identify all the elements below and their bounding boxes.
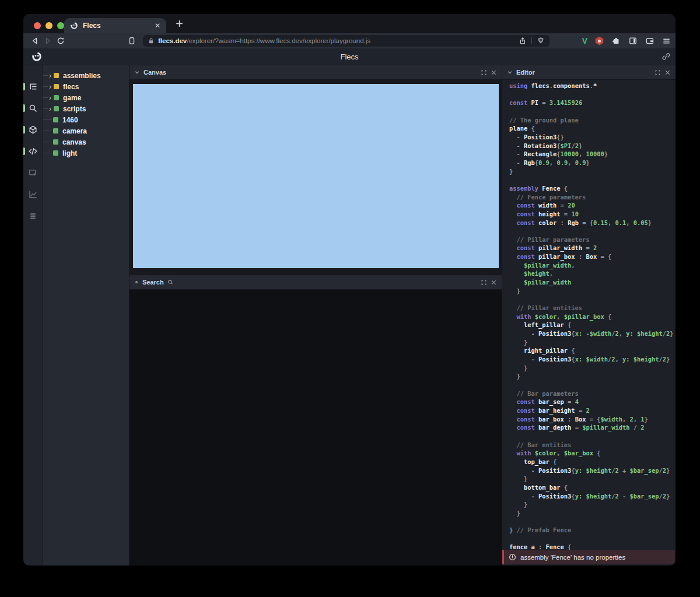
code-line: - Position3{y: $height/2 + $bar_sep/2} [509,467,676,476]
tree-item-light[interactable]: light [43,148,129,159]
close-icon[interactable] [491,69,497,76]
code-line: const height = 10 [509,210,676,219]
tree-item-scripts[interactable]: ›scripts [43,103,129,114]
entity-type-square-icon [54,95,59,100]
tree-guide-line [43,108,48,109]
search-icon[interactable] [23,100,43,116]
menu-icon[interactable] [662,37,671,45]
tree-item-label: game [63,94,81,102]
maximize-window-button[interactable] [57,22,64,29]
code-line: } [509,339,676,347]
code-editor[interactable]: using flecs.components.*const PI = 3.141… [502,80,676,566]
tree-item-label: flecs [63,83,79,91]
expand-chevron-icon[interactable]: › [49,106,51,112]
code-line: // The ground plane [509,117,676,125]
inspect-icon[interactable] [23,164,43,181]
traffic-lights [34,22,64,29]
close-icon[interactable] [664,69,671,76]
code-line: } // Prefab Fence [509,526,676,535]
chevron-down-icon[interactable] [134,69,140,75]
expand-icon[interactable] [481,279,487,286]
expand-icon[interactable] [654,69,661,76]
url-path: /explorer/?wasm=https://www.flecs.dev/ex… [187,37,370,44]
chart-icon[interactable] [23,186,43,202]
bookmark-icon[interactable] [127,36,140,45]
new-tab-button[interactable] [175,19,184,28]
code-line: $pillar_width [509,279,676,287]
code-line [509,296,676,304]
link-icon[interactable] [662,52,671,61]
entity-type-square-icon [54,84,59,89]
code-line: const bar_box : Box = {$width, 2, 1} [509,416,676,424]
expand-chevron-icon[interactable]: › [49,95,51,101]
tree-item-1460[interactable]: 1460 [43,114,129,125]
code-line: // Pillar entities [509,304,676,313]
adblock-extension-icon[interactable] [595,37,604,45]
reload-button[interactable] [56,36,69,45]
tree-guide-line [43,75,48,76]
code-line: - Position3{y: $height/2 - $bar_sep/2} [509,493,676,501]
rows-icon[interactable] [23,208,43,224]
extensions-puzzle-icon[interactable] [611,36,621,45]
divider [531,37,532,44]
page-title: Flecs [23,52,676,61]
code-line: top_bar { [509,458,676,467]
lock-icon [148,37,155,44]
tree-item-camera[interactable]: camera [43,125,129,136]
cube-icon[interactable] [23,121,43,138]
forward-button[interactable] [43,36,56,45]
code-line: - Position3{x: -$width/2, y: $height/2} [509,330,676,339]
close-icon[interactable] [491,279,497,286]
code-icon[interactable] [23,143,43,159]
tab-favicon-flecs-logo-icon [70,22,78,30]
expand-chevron-icon[interactable]: › [49,73,51,79]
code-line: const pillar_box : Box = { [509,253,676,262]
icon-sidebar [23,65,43,566]
tree-guide-line [43,86,48,87]
browser-tab[interactable]: Flecs ✕ [64,18,166,33]
expand-chevron-icon[interactable]: › [49,84,51,90]
share-icon[interactable] [519,37,527,45]
code-line: const color : Rgb = {0.15, 0.1, 0.05} [509,219,676,228]
tree-item-label: assemblies [63,72,101,80]
code-line: - Rectangle{10000, 10000} [509,150,676,159]
editor-panel-header: Editor [502,65,676,80]
canvas-viewport[interactable] [133,84,499,268]
tree-item-game[interactable]: ›game [43,92,129,103]
code-line [509,176,676,185]
wallet-icon[interactable] [645,36,654,45]
expand-icon[interactable] [481,69,487,76]
magnifier-icon [167,279,173,285]
code-line: with $color, $bar_box { [509,449,676,458]
collapsed-dot-icon[interactable] [135,281,138,283]
error-icon [509,553,516,561]
back-button[interactable] [30,36,43,45]
sidebar-panel-icon[interactable] [628,36,638,45]
code-line: left_pillar { [509,321,676,330]
code-line [509,91,676,100]
code-line: } [509,364,676,373]
vue-devtools-extension-icon[interactable]: V [582,36,587,45]
code-line: assembly Fence { [509,185,676,194]
tree-item-label: camera [62,127,87,135]
minimize-window-button[interactable] [46,22,52,29]
canvas-panel-body [130,80,502,275]
tree-icon[interactable] [23,78,43,94]
url-bar[interactable]: flecs.dev/explorer/?wasm=https://www.fle… [143,35,550,47]
close-window-button[interactable] [34,22,41,29]
tab-close-icon[interactable]: ✕ [155,22,160,30]
code-line: - Rgb{0.9, 0.9, 0.9} [509,159,676,168]
error-message-bar: assembly 'Fence' has no properties [502,550,675,564]
tree-item-canvas[interactable]: canvas [43,136,129,148]
chevron-down-icon[interactable] [507,69,513,75]
tree-item-assemblies[interactable]: ›assemblies [43,70,129,81]
code-line: const pillar_width = 2 [509,244,676,253]
code-line [509,535,676,544]
brave-shield-icon[interactable] [537,37,545,45]
browser-toolbar: flecs.dev/explorer/?wasm=https://www.fle… [23,33,676,48]
entity-tree-panel: ›assemblies›flecs›game›scripts1460camera… [43,65,130,566]
code-line: } [509,501,676,510]
tree-item-flecs[interactable]: ›flecs [43,81,129,92]
tree-item-label: 1460 [62,116,78,124]
entity-type-square-icon [53,117,58,122]
